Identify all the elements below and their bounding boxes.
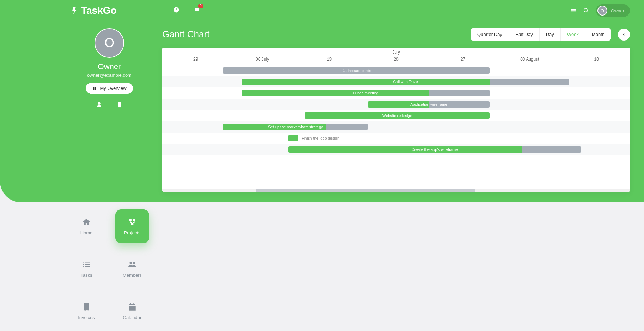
gantt-day: 03 August xyxy=(496,55,563,65)
view-week[interactable]: Week xyxy=(561,28,585,41)
tasks-icon xyxy=(82,260,91,269)
page-title: Gantt Chart xyxy=(162,29,464,40)
user-name-pill: Owner xyxy=(611,8,624,13)
gantt-bar[interactable]: Lunch meeting xyxy=(242,90,490,96)
nav-projects[interactable]: Projects xyxy=(115,209,149,243)
members-icon xyxy=(128,260,137,269)
profile-name: Owner xyxy=(98,62,121,71)
gantt-day: 13 xyxy=(296,55,363,65)
projects-icon xyxy=(128,217,137,227)
user-menu[interactable]: O Owner xyxy=(596,4,630,17)
invoices-icon xyxy=(82,302,91,311)
sidebar-nav: HomeProjectsTasksMembersInvoicesCalendar… xyxy=(63,209,155,331)
gantt-row: Call with Dave xyxy=(162,76,630,87)
gantt-bar[interactable]: Dashboard cards xyxy=(223,67,490,74)
search-icon[interactable] xyxy=(583,8,589,13)
gantt-bar[interactable]: Create the app's wireframe xyxy=(288,146,581,153)
brand-name: TaskGo xyxy=(81,5,117,16)
gantt-day: 06 July xyxy=(229,55,296,65)
chat-icon[interactable]: 0 xyxy=(194,7,200,14)
gantt-day-row: 2906 July13202703 August10 xyxy=(162,55,630,65)
avatar-small: O xyxy=(597,6,607,16)
arrow-left-icon xyxy=(621,32,626,37)
gantt-row: Application wireframe xyxy=(162,99,630,110)
menu-icon[interactable] xyxy=(571,8,576,13)
chat-badge: 0 xyxy=(198,4,203,8)
gantt-bar-label: Finish the logo design xyxy=(302,135,339,141)
gantt-day: 29 xyxy=(162,55,229,65)
gantt-day: 20 xyxy=(363,55,429,65)
gantt-chart: July 2906 July13202703 August10 Dashboar… xyxy=(162,48,630,192)
gantt-row: Create the app's wireframe xyxy=(162,144,630,155)
gantt-row: Website redesign xyxy=(162,110,630,121)
bolt-icon xyxy=(71,6,79,15)
gantt-row: Dashboard cards xyxy=(162,65,630,76)
gantt-bar[interactable]: Website redesign xyxy=(305,112,490,119)
gantt-row: Finish the logo design xyxy=(162,133,630,144)
app-logo[interactable]: TaskGo xyxy=(71,5,117,16)
nav-invoices[interactable]: Invoices xyxy=(69,294,103,328)
user-icon[interactable] xyxy=(96,102,102,108)
calendar-icon xyxy=(128,302,137,311)
nav-home[interactable]: Home xyxy=(69,209,103,243)
gantt-bar[interactable]: Call with Dave xyxy=(242,79,569,85)
gantt-scrollbar[interactable] xyxy=(162,189,630,192)
gantt-bar[interactable]: Set up the marketplace strategy xyxy=(223,124,368,130)
view-half-day[interactable]: Half Day xyxy=(509,28,540,41)
my-overview-button[interactable]: My Overview xyxy=(86,83,133,94)
clock-icon[interactable] xyxy=(173,7,180,14)
gantt-bar[interactable]: Application wireframe xyxy=(368,101,490,108)
book-icon xyxy=(92,86,97,91)
avatar-large: O xyxy=(95,28,124,58)
gantt-bar[interactable] xyxy=(288,135,298,141)
view-month[interactable]: Month xyxy=(585,28,611,41)
receipt-icon[interactable] xyxy=(116,102,123,108)
view-switcher: Quarter DayHalf DayDayWeekMonth xyxy=(471,28,611,41)
gantt-month-label: July xyxy=(162,48,630,55)
profile-email: owner@example.com xyxy=(87,73,132,78)
gantt-day: 27 xyxy=(430,55,496,65)
back-button[interactable] xyxy=(618,29,630,41)
gantt-row: Lunch meeting xyxy=(162,87,630,99)
home-icon xyxy=(82,217,91,227)
nav-calendar[interactable]: Calendar xyxy=(115,294,149,328)
profile-card: O Owner owner@example.com My Overview xyxy=(71,28,148,192)
gantt-day: 10 xyxy=(563,55,630,65)
nav-tasks[interactable]: Tasks xyxy=(69,252,103,286)
view-quarter-day[interactable]: Quarter Day xyxy=(471,28,509,41)
view-day[interactable]: Day xyxy=(540,28,561,41)
nav-members[interactable]: Members xyxy=(115,252,149,286)
gantt-row: Set up the marketplace strategy xyxy=(162,121,630,133)
